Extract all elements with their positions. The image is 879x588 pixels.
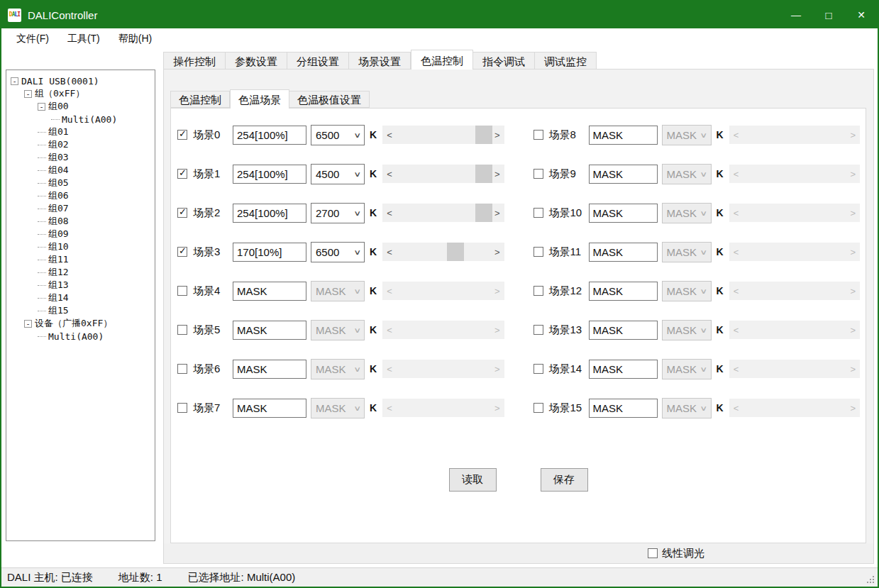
close-button[interactable]: ✕	[845, 1, 878, 28]
scene-cct-dropdown[interactable]: MASK ∨	[662, 203, 712, 223]
menu-item[interactable]: 文件(F)	[7, 29, 58, 49]
scroll-left-icon[interactable]: <	[387, 170, 392, 179]
scene-checkbox[interactable]	[177, 325, 187, 335]
tree-node[interactable]: - DALI USB(0001)	[6, 74, 155, 87]
scene-scrollbar[interactable]: < >	[729, 204, 860, 222]
tree-node[interactable]: - 设备（广播0xFF）	[6, 317, 155, 330]
scene-checkbox[interactable]	[534, 169, 543, 179]
tree-node[interactable]: - 组12	[6, 266, 155, 279]
tree-node[interactable]: - 组（0xFF）	[6, 87, 155, 100]
scene-scrollbar[interactable]: < >	[729, 321, 860, 339]
scene-checkbox[interactable]	[177, 403, 187, 413]
scene-checkbox[interactable]	[534, 247, 543, 257]
tree-node[interactable]: - 组15	[6, 304, 155, 317]
scroll-thumb[interactable]	[475, 165, 492, 183]
scene-checkbox[interactable]	[177, 364, 187, 374]
menu-item[interactable]: 帮助(H)	[109, 29, 161, 49]
scene-level-input[interactable]	[589, 399, 658, 418]
scene-cct-dropdown[interactable]: 6500 ∨	[311, 242, 365, 262]
scene-scrollbar[interactable]: < >	[382, 282, 504, 300]
scroll-right-icon[interactable]: >	[850, 131, 856, 140]
menu-item[interactable]: 工具(T)	[58, 29, 109, 49]
tree-node[interactable]: - 组11	[6, 253, 155, 266]
scroll-left-icon[interactable]: <	[734, 131, 739, 140]
scroll-right-icon[interactable]: >	[494, 131, 500, 140]
scene-cct-dropdown[interactable]: 6500 ∨	[311, 125, 365, 145]
minimize-button[interactable]: —	[780, 1, 812, 28]
scroll-right-icon[interactable]: >	[850, 248, 856, 257]
scene-scrollbar[interactable]: < >	[382, 126, 504, 144]
scene-checkbox[interactable]	[177, 169, 187, 179]
save-button[interactable]: 保存	[541, 468, 588, 492]
tree-node[interactable]: - 组09	[6, 228, 155, 240]
scene-scrollbar[interactable]: < >	[382, 243, 504, 261]
tree-expander-icon[interactable]: -	[24, 90, 32, 98]
scroll-right-icon[interactable]: >	[494, 209, 500, 218]
scroll-right-icon[interactable]: >	[494, 170, 500, 179]
scene-level-input[interactable]	[589, 126, 658, 145]
scene-level-input[interactable]	[589, 243, 658, 262]
scroll-left-icon[interactable]: <	[734, 404, 739, 413]
tree-node[interactable]: - 组06	[6, 189, 155, 202]
scene-level-input[interactable]	[233, 165, 306, 184]
scroll-left-icon[interactable]: <	[734, 248, 739, 257]
scene-level-input[interactable]	[589, 282, 658, 301]
sub-tab[interactable]: 色温场景	[230, 89, 289, 109]
tree-expander-icon[interactable]: -	[38, 103, 45, 111]
main-tab[interactable]: 色温控制	[411, 50, 473, 70]
main-tab[interactable]: 分组设置	[287, 52, 349, 70]
tree-node[interactable]: - Multi(A00)	[6, 330, 155, 343]
scene-level-input[interactable]	[233, 321, 306, 340]
scene-checkbox[interactable]	[177, 130, 187, 140]
scroll-thumb[interactable]	[475, 126, 492, 144]
tree-node[interactable]: - Multi(A00)	[6, 113, 155, 126]
scroll-thumb[interactable]	[447, 243, 464, 261]
read-button[interactable]: 读取	[449, 468, 497, 492]
scroll-left-icon[interactable]: <	[387, 404, 392, 413]
main-tab[interactable]: 参数设置	[226, 52, 287, 70]
scene-scrollbar[interactable]: < >	[382, 360, 504, 378]
scene-cct-dropdown[interactable]: MASK ∨	[662, 359, 712, 379]
scene-cct-dropdown[interactable]: MASK ∨	[311, 320, 365, 340]
main-tab[interactable]: 操作控制	[163, 52, 226, 70]
tree-node[interactable]: - 组05	[6, 177, 155, 189]
scene-level-input[interactable]	[233, 126, 306, 145]
scene-level-input[interactable]	[589, 204, 658, 223]
scene-level-input[interactable]	[233, 204, 306, 223]
tree-expander-icon[interactable]: -	[24, 320, 32, 328]
scroll-right-icon[interactable]: >	[850, 209, 856, 218]
scroll-right-icon[interactable]: >	[494, 287, 500, 296]
scene-checkbox[interactable]	[534, 364, 543, 374]
scene-scrollbar[interactable]: < >	[382, 321, 504, 339]
scene-cct-dropdown[interactable]: MASK ∨	[662, 242, 712, 262]
scene-cct-dropdown[interactable]: MASK ∨	[311, 281, 365, 301]
scene-checkbox[interactable]	[177, 208, 187, 218]
scroll-thumb[interactable]	[475, 204, 492, 222]
tree-node[interactable]: - 组02	[6, 138, 155, 151]
scroll-right-icon[interactable]: >	[850, 326, 856, 335]
scene-cct-dropdown[interactable]: 2700 ∨	[311, 203, 365, 223]
scene-level-input[interactable]	[233, 243, 306, 262]
tree-expander-icon[interactable]: -	[11, 77, 18, 85]
scroll-right-icon[interactable]: >	[850, 287, 856, 296]
scene-scrollbar[interactable]: < >	[382, 165, 504, 183]
scene-checkbox[interactable]	[177, 286, 187, 296]
scene-cct-dropdown[interactable]: MASK ∨	[662, 398, 712, 418]
scene-level-input[interactable]	[589, 165, 658, 184]
scroll-right-icon[interactable]: >	[850, 404, 856, 413]
scroll-left-icon[interactable]: <	[387, 248, 392, 257]
tree-node[interactable]: - 组14	[6, 292, 155, 304]
scene-scrollbar[interactable]: < >	[729, 360, 860, 378]
main-tab[interactable]: 调试监控	[535, 52, 597, 70]
scroll-right-icon[interactable]: >	[494, 248, 500, 257]
scene-scrollbar[interactable]: < >	[382, 204, 504, 222]
scroll-left-icon[interactable]: <	[734, 287, 739, 296]
scroll-right-icon[interactable]: >	[850, 170, 856, 179]
scroll-right-icon[interactable]: >	[494, 365, 500, 374]
tree-node[interactable]: - 组01	[6, 126, 155, 138]
scene-level-input[interactable]	[233, 399, 306, 418]
scene-level-input[interactable]	[589, 321, 658, 340]
scene-scrollbar[interactable]: < >	[382, 399, 504, 417]
scroll-left-icon[interactable]: <	[387, 287, 392, 296]
scene-level-input[interactable]	[233, 282, 306, 301]
